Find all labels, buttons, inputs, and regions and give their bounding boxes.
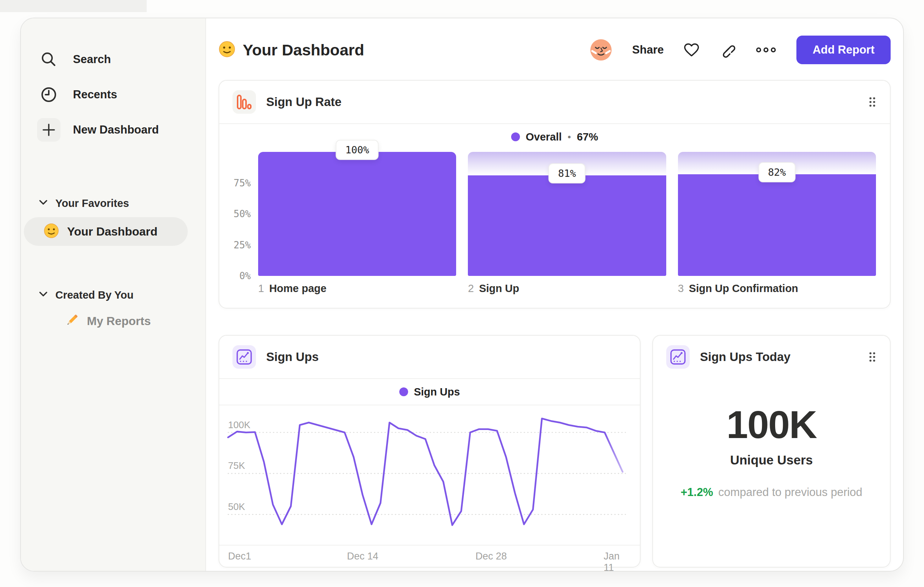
- drag-handle-icon[interactable]: [868, 351, 877, 363]
- line-x-tick: Dec1: [228, 551, 251, 562]
- stat-label: Unique Users: [730, 453, 813, 467]
- stat-delta-note: compared to previous period: [718, 486, 862, 499]
- app-window: Search Recents New Dashboard Your Favori…: [20, 18, 904, 572]
- chevron-down-icon: [39, 200, 47, 207]
- add-report-button[interactable]: Add Report: [796, 36, 891, 64]
- line-x-tick: Jan 11: [604, 551, 631, 572]
- sidebar-item-label: Your Dashboard: [67, 225, 158, 238]
- funnel-value-tooltip: 82%: [758, 162, 795, 182]
- step-index: 2: [468, 283, 474, 294]
- cards-row: Sign Ups Sign Ups 100K75K50K Dec1Dec 14D…: [219, 335, 891, 567]
- funnel-bars: 100%81%82%: [258, 152, 876, 276]
- smiley-icon: [44, 223, 59, 240]
- stat-value: 100K: [726, 402, 816, 447]
- step-index: 1: [258, 283, 264, 294]
- step-index: 3: [678, 283, 684, 294]
- more-options-icon[interactable]: [755, 46, 777, 54]
- legend-label: Sign Ups: [414, 386, 460, 398]
- funnel-bar-fill: [468, 175, 666, 276]
- sidebar-spacer: [21, 147, 205, 192]
- sidebar-item-label: My Reports: [87, 314, 151, 328]
- bar-chart-icon: [233, 90, 256, 114]
- funnel-step-label: 3Sign Up Confirmation: [678, 283, 876, 294]
- drag-handle-icon[interactable]: [868, 96, 877, 108]
- line-y-tick: 75K: [228, 460, 245, 471]
- funnel-y-tick: 75%: [234, 178, 251, 189]
- pencil-icon: [64, 313, 79, 329]
- copy-link-icon[interactable]: [719, 42, 736, 58]
- line-chart: 100K75K50K: [219, 405, 640, 545]
- stat-delta: +1.2%: [681, 486, 713, 499]
- step-name: Sign Up Confirmation: [689, 283, 798, 294]
- sidebar-item-search[interactable]: Search: [21, 42, 205, 77]
- plus-icon: [37, 118, 61, 142]
- funnel-step-label: 2Sign Up: [468, 283, 666, 294]
- step-name: Home page: [269, 283, 326, 294]
- sign-ups-card: Sign Ups Sign Ups 100K75K50K Dec1Dec 14D…: [219, 335, 640, 567]
- card-title: Sign Up Rate: [266, 95, 342, 109]
- funnel-y-tick: 25%: [234, 240, 251, 251]
- main-content: Your Dashboard Share Add Report: [206, 18, 903, 571]
- funnel-bar-fill: [258, 152, 456, 276]
- funnel-y-axis: 75%50%25%0%: [227, 152, 258, 276]
- line-x-tick: Dec 28: [475, 551, 507, 562]
- page-title: Your Dashboard: [243, 41, 364, 59]
- line-chart-svg: 100K75K50K: [224, 407, 627, 543]
- card-title: Sign Ups Today: [700, 350, 790, 364]
- funnel-axis-spacer: [227, 283, 258, 294]
- legend-separator: •: [568, 131, 571, 143]
- step-name: Sign Up: [479, 283, 519, 294]
- favorite-heart-icon[interactable]: [683, 43, 700, 57]
- legend-dot-icon: [399, 387, 408, 396]
- card-title: Sign Ups: [266, 350, 318, 364]
- line-legend: Sign Ups: [219, 379, 640, 405]
- avatar[interactable]: [590, 38, 612, 61]
- line-x-axis: Dec1Dec 14Dec 28Jan 11: [228, 546, 631, 567]
- sidebar-item-label: Search: [73, 53, 111, 66]
- funnel-bar-fill: [678, 174, 876, 276]
- share-button[interactable]: Share: [632, 43, 664, 56]
- sidebar-item-recents[interactable]: Recents: [21, 77, 205, 112]
- legend-value: 67%: [577, 131, 598, 143]
- sidebar-section-created-by-you[interactable]: Created By You: [21, 283, 205, 307]
- sign-ups-today-card: Sign Ups Today 100K Unique Users +1.2% c…: [652, 335, 891, 567]
- line-x-tick: Dec 14: [347, 551, 378, 562]
- funnel-step-label: 1Home page: [258, 283, 456, 294]
- legend-dot-icon: [511, 132, 520, 141]
- funnel-y-tick: 0%: [239, 270, 251, 281]
- legend-label: Overall: [526, 131, 562, 143]
- section-label: Your Favorites: [55, 197, 129, 210]
- clock-icon: [37, 83, 61, 106]
- background-window-edge: [0, 0, 147, 12]
- sidebar-item-label: Recents: [73, 88, 117, 101]
- section-label: Created By You: [55, 289, 134, 301]
- funnel-step-labels: 1Home page2Sign Up3Sign Up Confirmation: [258, 283, 876, 294]
- funnel-chart: 75%50%25%0% 100%81%82% 1Home page2Sign U…: [219, 150, 890, 308]
- funnel-bar-home-page: 100%: [258, 152, 456, 276]
- funnel-value-tooltip: 100%: [336, 140, 379, 160]
- sidebar: Search Recents New Dashboard Your Favori…: [21, 18, 206, 571]
- sidebar-item-my-reports[interactable]: My Reports: [21, 307, 205, 335]
- funnel-value-tooltip: 81%: [549, 163, 586, 184]
- sidebar-item-new-dashboard[interactable]: New Dashboard: [21, 112, 205, 147]
- search-icon: [37, 48, 61, 71]
- line-y-tick: 100K: [228, 419, 251, 430]
- funnel-bar-sign-up: 81%: [468, 152, 666, 276]
- sidebar-spacer: [21, 248, 205, 283]
- chevron-down-icon: [39, 292, 47, 298]
- funnel-legend: Overall • 67%: [219, 124, 890, 150]
- dashboard-header: Your Dashboard Share Add Report: [219, 33, 891, 67]
- sidebar-item-your-dashboard[interactable]: Your Dashboard: [24, 217, 188, 246]
- smiley-icon: [219, 41, 235, 59]
- stat-body: 100K Unique Users +1.2% compared to prev…: [653, 378, 890, 567]
- line-chart-icon: [666, 345, 690, 369]
- sign-up-rate-card: Sign Up Rate Overall • 67% 75%50%25%0% 1…: [219, 80, 891, 309]
- sidebar-section-your-favorites[interactable]: Your Favorites: [21, 192, 205, 215]
- funnel-bar-sign-up-confirmation: 82%: [678, 152, 876, 276]
- sign-ups-line-series: [228, 418, 623, 525]
- sidebar-item-label: New Dashboard: [73, 123, 159, 136]
- funnel-y-tick: 50%: [234, 208, 251, 219]
- line-y-tick: 50K: [228, 501, 245, 512]
- line-chart-icon: [233, 345, 256, 369]
